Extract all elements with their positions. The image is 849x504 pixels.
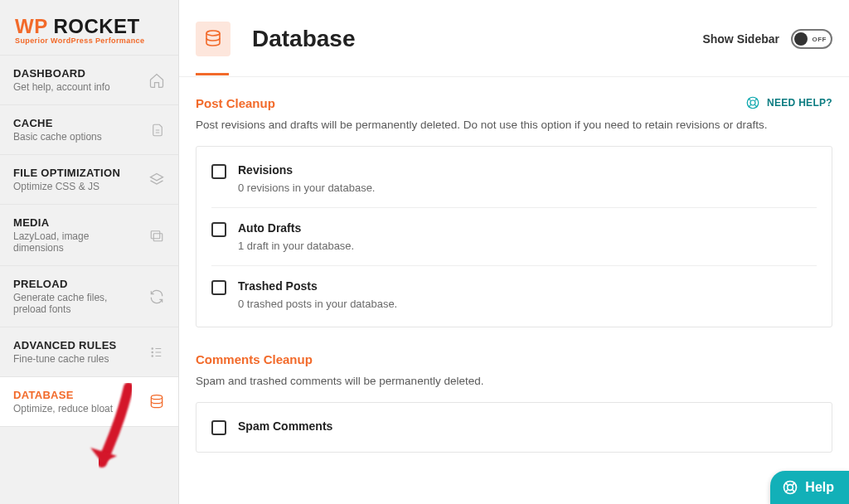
sidebar-item-sub: Basic cache options: [13, 131, 142, 143]
sidebar-item-dashboard[interactable]: DASHBOARD Get help, account info: [0, 55, 178, 104]
file-icon: [150, 122, 165, 138]
help-pill-label: Help: [805, 480, 834, 495]
row-revisions[interactable]: Revisions 0 revisions in your database.: [211, 150, 817, 207]
sidebar-item-label: MEDIA: [13, 216, 140, 229]
images-icon: [148, 228, 165, 243]
help-pill-button[interactable]: Help: [770, 471, 849, 504]
row-title: Spam Comments: [238, 419, 332, 433]
svg-point-6: [206, 31, 220, 36]
sidebar-item-database[interactable]: DATABASE Optimize, reduce bloat: [0, 376, 178, 427]
checkbox-trashed-posts[interactable]: [211, 280, 226, 295]
sidebar-item-sub: LazyLoad, image dimensions: [13, 230, 140, 254]
sidebar-item-label: CACHE: [13, 117, 142, 129]
svg-point-3: [152, 351, 153, 353]
toggle-knob: [794, 32, 808, 46]
page-header: Database Show Sidebar OFF: [179, 0, 849, 73]
need-help-button[interactable]: NEED HELP?: [745, 95, 832, 110]
sidebar-item-media[interactable]: MEDIA LazyLoad, image dimensions: [0, 204, 178, 265]
svg-point-10: [788, 485, 793, 491]
list-icon: [148, 345, 165, 360]
sidebar-item-sub: Optimize, reduce bloat: [13, 403, 140, 414]
checkbox-revisions[interactable]: [211, 164, 226, 179]
sidebar: WP ROCKET Superior WordPress Performance…: [0, 0, 179, 504]
lifesaver-icon: [782, 479, 798, 496]
database-icon: [148, 394, 165, 410]
section-desc-post-cleanup: Post revisions and drafts will be perman…: [196, 119, 832, 131]
need-help-label: NEED HELP?: [767, 97, 832, 109]
logo-wp: WP: [15, 15, 47, 37]
sidebar-item-label: FILE OPTIMIZATION: [13, 167, 140, 179]
sidebar-item-cache[interactable]: CACHE Basic cache options: [0, 104, 178, 154]
row-title: Auto Drafts: [238, 221, 354, 235]
active-tab-indicator: [196, 73, 229, 75]
sidebar-item-advanced-rules[interactable]: ADVANCED RULES Fine-tune cache rules: [0, 327, 178, 376]
section-title-post-cleanup: Post Cleanup: [196, 96, 745, 110]
sidebar-item-preload[interactable]: PRELOAD Generate cache files, preload fo…: [0, 265, 178, 327]
show-sidebar-label: Show Sidebar: [702, 32, 779, 46]
svg-rect-1: [153, 233, 163, 240]
logo-rocket: ROCKET: [47, 15, 140, 37]
sidebar-item-label: DASHBOARD: [13, 67, 140, 80]
row-sub: 0 revisions in your database.: [238, 182, 375, 194]
row-title: Revisions: [238, 163, 375, 177]
svg-point-4: [152, 355, 153, 356]
sidebar-item-sub: Optimize CSS & JS: [13, 181, 140, 192]
toggle-state: OFF: [813, 36, 827, 43]
sidebar-item-label: ADVANCED RULES: [13, 339, 140, 351]
layers-icon: [148, 172, 165, 188]
svg-point-5: [151, 395, 162, 399]
row-spam-comments[interactable]: Spam Comments: [211, 406, 817, 448]
sidebar-item-sub: Fine-tune cache rules: [13, 353, 140, 365]
sidebar-item-label: PRELOAD: [13, 278, 140, 290]
svg-rect-0: [151, 230, 160, 238]
logo: WP ROCKET Superior WordPress Performance: [0, 0, 178, 55]
home-icon: [148, 72, 165, 89]
sidebar-item-sub: Get help, account info: [13, 81, 140, 93]
row-title: Trashed Posts: [238, 279, 397, 293]
row-sub: 1 draft in your database.: [238, 240, 354, 252]
checkbox-auto-drafts[interactable]: [211, 222, 226, 237]
refresh-icon: [148, 288, 165, 305]
checkbox-spam-comments[interactable]: [211, 420, 226, 435]
row-auto-drafts[interactable]: Auto Drafts 1 draft in your database.: [211, 207, 817, 265]
logo-tagline: Superior WordPress Performance: [15, 36, 163, 45]
main-panel: Database Show Sidebar OFF Post Cleanup N…: [179, 0, 849, 504]
sidebar-item-sub: Generate cache files, preload fonts: [13, 292, 140, 315]
row-trashed-posts[interactable]: Trashed Posts 0 trashed posts in your da…: [211, 265, 817, 323]
row-sub: 0 trashed posts in your database.: [238, 298, 397, 310]
sidebar-item-label: DATABASE: [13, 389, 140, 401]
database-icon: [196, 22, 230, 56]
lifesaver-icon: [745, 95, 760, 110]
svg-point-2: [152, 347, 153, 349]
post-cleanup-panel: Revisions 0 revisions in your database. …: [196, 146, 832, 327]
section-title-comments-cleanup: Comments Cleanup: [196, 352, 832, 366]
comments-cleanup-panel: Spam Comments: [196, 402, 832, 453]
page-title: Database: [252, 26, 702, 52]
svg-point-8: [750, 100, 755, 105]
show-sidebar-toggle[interactable]: OFF: [791, 29, 832, 49]
sidebar-item-file-optimization[interactable]: FILE OPTIMIZATION Optimize CSS & JS: [0, 154, 178, 204]
section-desc-comments-cleanup: Spam and trashed comments will be perman…: [196, 375, 832, 387]
